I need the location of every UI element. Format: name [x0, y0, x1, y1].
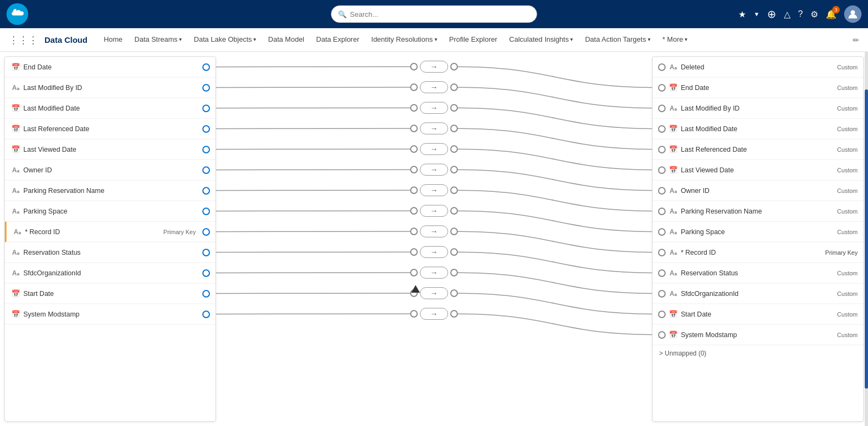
- salesforce-logo[interactable]: [7, 3, 28, 25]
- connector-dot-left[interactable]: [658, 146, 666, 153]
- connector-dot-right[interactable]: [202, 269, 210, 277]
- pill-right-dot: [450, 248, 458, 256]
- left-field-reservation-status: Aₐ Reservation Status: [5, 242, 215, 263]
- text-type-icon: Aₐ: [10, 247, 21, 258]
- connector-dot-left[interactable]: [658, 125, 666, 133]
- mapping-arrow-pill[interactable]: →: [420, 225, 448, 237]
- grid-icon[interactable]: ⋮⋮⋮: [9, 34, 38, 46]
- right-field-last-modified-date: 📅 Last Modified Date Custom: [653, 119, 863, 139]
- connector-dot-right[interactable]: [202, 166, 210, 174]
- text-type-icon: Aₐ: [668, 62, 679, 73]
- search-input[interactable]: [350, 10, 530, 18]
- cloud-icon[interactable]: △: [784, 9, 790, 20]
- field-label: Last Referenced Date: [681, 146, 835, 153]
- field-label: Parking Reservation Name: [681, 208, 835, 215]
- mapping-arrow-pill[interactable]: →: [420, 143, 448, 155]
- left-field-parking-reservation-name: Aₐ Parking Reservation Name: [5, 180, 215, 201]
- connector-dot-left[interactable]: [658, 269, 666, 277]
- pill-left-dot: [410, 310, 418, 318]
- right-field-owner-id: Aₐ Owner ID Custom: [653, 180, 863, 201]
- connector-dot-left[interactable]: [658, 166, 666, 174]
- nav-more[interactable]: * More ▾: [658, 28, 692, 52]
- pill-right-dot: [450, 145, 458, 153]
- nav-calculated-insights[interactable]: Calculated Insights ▾: [505, 28, 578, 52]
- connector-dot-left[interactable]: [658, 331, 666, 339]
- pill-right-dot: [450, 310, 458, 318]
- field-label: SfdcOrganizationId: [23, 269, 200, 277]
- right-field-parking-reservation-name: Aₐ Parking Reservation Name Custom: [653, 201, 863, 222]
- mapping-arrow-pill[interactable]: →: [420, 81, 448, 93]
- connector-dot-right[interactable]: [202, 208, 210, 215]
- connector-dot-left[interactable]: [658, 187, 666, 195]
- user-avatar[interactable]: [844, 5, 861, 23]
- bell-icon[interactable]: 🔔 3: [826, 9, 837, 20]
- pill-left-dot: [410, 186, 418, 194]
- edit-nav-icon[interactable]: ✏: [853, 36, 859, 44]
- nav-data-lake-objects[interactable]: Data Lake Objects ▾: [189, 28, 260, 52]
- connector-dot-left[interactable]: [658, 228, 666, 236]
- star-icon[interactable]: ★: [738, 9, 746, 20]
- connector-dot-left[interactable]: [658, 105, 666, 112]
- connector-dot-right[interactable]: [202, 187, 210, 195]
- left-field-start-date: 📅 Start Date: [5, 283, 215, 304]
- help-icon[interactable]: ?: [798, 9, 803, 19]
- connector-dot-left[interactable]: [658, 208, 666, 215]
- field-custom-tag: Custom: [837, 146, 858, 153]
- nav-identity-resolutions[interactable]: Identity Resolutions ▾: [367, 28, 441, 52]
- connector-dot-right[interactable]: [202, 290, 210, 298]
- connector-dot-right[interactable]: [202, 63, 210, 71]
- global-search[interactable]: 🔍: [331, 5, 537, 23]
- mapping-middle-section: → → → →: [216, 52, 652, 426]
- connector-dot-right[interactable]: [202, 311, 210, 318]
- date-type-icon: 📅: [668, 144, 679, 155]
- connector-dot-left[interactable]: [658, 311, 666, 318]
- mapping-arrow-pill[interactable]: →: [420, 287, 448, 299]
- mapping-arrow-pill[interactable]: →: [420, 102, 448, 114]
- gear-icon[interactable]: ⚙: [810, 9, 818, 20]
- connector-dot-right[interactable]: [202, 84, 210, 92]
- field-custom-tag: Custom: [837, 270, 858, 276]
- mapping-arrow-pill[interactable]: →: [420, 184, 448, 196]
- connector-dot-right[interactable]: [202, 228, 210, 236]
- field-label: Parking Reservation Name: [23, 187, 200, 195]
- connector-dot-left[interactable]: [658, 249, 666, 256]
- pill-left-dot: [410, 248, 418, 256]
- text-type-icon: Aₐ: [10, 268, 21, 279]
- date-type-icon: 📅: [10, 288, 21, 299]
- dropdown-icon[interactable]: ▼: [754, 11, 760, 17]
- right-field-last-referenced-date: 📅 Last Referenced Date Custom: [653, 139, 863, 160]
- nav-data-action-targets[interactable]: Data Action Targets ▾: [580, 28, 655, 52]
- add-icon[interactable]: ⊕: [767, 8, 776, 21]
- nav-profile-explorer[interactable]: Profile Explorer: [445, 28, 502, 52]
- nav-data-model[interactable]: Data Model: [264, 28, 308, 52]
- mapping-arrow-pill[interactable]: →: [420, 122, 448, 134]
- mapping-arrow-pill[interactable]: →: [420, 246, 448, 258]
- connector-dot-right[interactable]: [202, 249, 210, 256]
- chevron-down-icon: ▾: [253, 36, 256, 42]
- field-label: Start Date: [23, 290, 200, 298]
- nav-icon-group: ★ ▼ ⊕ △ ? ⚙ 🔔 3: [738, 5, 861, 23]
- nav-data-explorer[interactable]: Data Explorer: [312, 28, 363, 52]
- vertical-scrollbar[interactable]: [865, 52, 868, 426]
- connector-dot-right[interactable]: [202, 105, 210, 112]
- connector-dot-left[interactable]: [658, 63, 666, 71]
- mapping-arrow-pill[interactable]: →: [420, 267, 448, 279]
- unmapped-section[interactable]: > Unmapped (0): [653, 345, 863, 362]
- connector-dot-left[interactable]: [658, 84, 666, 92]
- mapping-arrow-pill[interactable]: →: [420, 61, 448, 73]
- connector-dot-left[interactable]: [658, 290, 666, 298]
- nav-home[interactable]: Home: [99, 28, 127, 52]
- mapping-arrow-pill[interactable]: →: [420, 164, 448, 176]
- pill-left-dot: [410, 63, 418, 70]
- pill-left-dot: [410, 104, 418, 112]
- pill-row-1: →: [216, 56, 652, 77]
- nav-data-streams[interactable]: Data Streams ▾: [130, 28, 186, 52]
- connector-dot-right[interactable]: [202, 125, 210, 133]
- connector-dot-right[interactable]: [202, 146, 210, 153]
- mapping-arrow-pill[interactable]: →: [420, 308, 448, 320]
- mapping-arrow-pill[interactable]: →: [420, 205, 448, 217]
- date-type-icon: 📅: [668, 124, 679, 134]
- chevron-down-icon: ▾: [570, 36, 573, 42]
- scrollbar-thumb[interactable]: [865, 89, 868, 389]
- field-label: Last Modified By ID: [681, 105, 835, 112]
